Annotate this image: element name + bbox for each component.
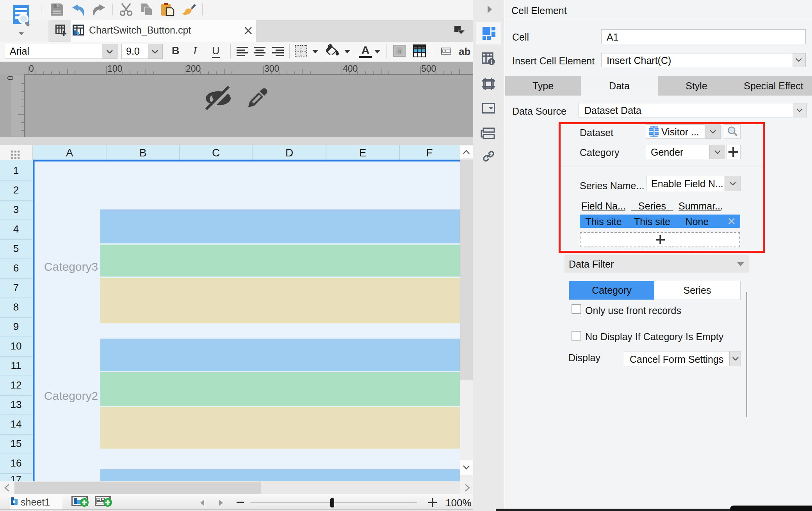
svg-text:3: 3 (13, 204, 19, 215)
svg-text:15: 15 (11, 438, 22, 449)
svg-text:6: 6 (13, 262, 19, 274)
svg-text:12: 12 (11, 379, 22, 391)
svg-text:A: A (66, 147, 73, 159)
svg-text:100: 100 (107, 64, 122, 74)
svg-text:11: 11 (11, 360, 21, 371)
svg-text:500: 500 (421, 64, 436, 74)
svg-text:Category3: Category3 (44, 260, 98, 273)
svg-text:2: 2 (13, 184, 19, 196)
svg-text:E: E (359, 147, 367, 159)
svg-text:B: B (139, 147, 147, 159)
svg-text:300: 300 (264, 64, 279, 74)
svg-text:Category2: Category2 (44, 389, 98, 402)
svg-text:14: 14 (11, 418, 22, 430)
svg-text:9: 9 (13, 321, 19, 332)
svg-text:200: 200 (186, 64, 201, 74)
svg-text:4: 4 (13, 223, 19, 235)
svg-text:1: 1 (13, 165, 19, 176)
svg-text:0: 0 (5, 76, 15, 80)
svg-text:F: F (426, 147, 433, 159)
svg-text:400: 400 (343, 64, 358, 74)
svg-text:16: 16 (11, 457, 22, 469)
svg-text:13: 13 (11, 399, 22, 410)
svg-text:8: 8 (13, 301, 19, 313)
svg-text:a: a (397, 47, 402, 55)
svg-text:5: 5 (13, 243, 19, 254)
svg-text:10: 10 (11, 340, 22, 352)
svg-text:C: C (212, 147, 220, 159)
svg-text:17: 17 (11, 474, 22, 481)
svg-text:7: 7 (13, 282, 19, 293)
svg-text:0: 0 (29, 64, 34, 74)
svg-text:D: D (285, 147, 293, 159)
